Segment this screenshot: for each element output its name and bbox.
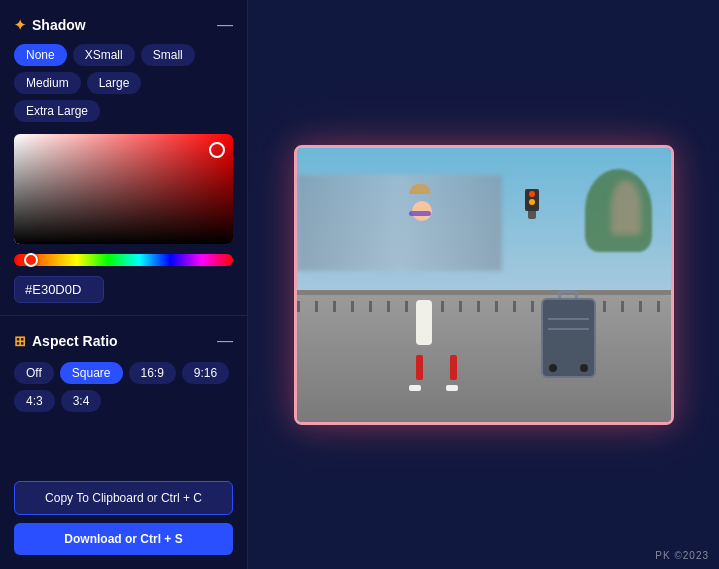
shadow-none-button[interactable]: None [14, 44, 67, 66]
left-panel: ✦ Shadow — None XSmall Small Medium Larg… [0, 0, 248, 569]
right-panel: PK ©2023 [248, 0, 719, 569]
buildings-bg [297, 175, 503, 271]
suitcase-stripe1 [548, 318, 589, 320]
aspect-ratio-header: ⊞ Aspect Ratio — [0, 326, 247, 356]
suitcase-handle [558, 290, 578, 298]
hue-thumb [24, 253, 38, 267]
child-leg-left [416, 355, 423, 380]
watermark: PK ©2023 [655, 550, 709, 561]
download-button[interactable]: Download or Ctrl + S [14, 523, 233, 555]
suitcase-wheels [543, 364, 594, 372]
aspect-ratio-section: ⊞ Aspect Ratio — Off Square 16:9 9:16 4:… [0, 322, 247, 424]
child-shoe-right [446, 385, 458, 391]
shadow-xsmall-button[interactable]: XSmall [73, 44, 135, 66]
traffic-light-yellow [529, 199, 535, 205]
aspect-ratio-minimize-button[interactable]: — [217, 332, 233, 350]
aspect-square-button[interactable]: Square [60, 362, 123, 384]
shadow-label: Shadow [32, 17, 86, 33]
divider-1 [0, 315, 247, 316]
color-picker-thumb[interactable] [209, 142, 225, 158]
traffic-light-box [525, 189, 539, 211]
background-person [611, 180, 641, 235]
color-picker-gradient[interactable] [14, 134, 233, 244]
traffic-light-red [529, 191, 535, 197]
shadow-extralarge-button[interactable]: Extra Large [14, 100, 100, 122]
fence [297, 301, 671, 312]
hue-slider-container [14, 254, 233, 266]
wheel-left [549, 364, 557, 372]
shadow-icon: ✦ [14, 17, 26, 33]
clipboard-button[interactable]: Copy To Clipboard or Ctrl + C [14, 481, 233, 515]
aspect-4-3-button[interactable]: 4:3 [14, 390, 55, 412]
wheel-right [580, 364, 588, 372]
hex-input-row [0, 270, 247, 309]
shadow-small-button[interactable]: Small [141, 44, 195, 66]
shadow-title: ✦ Shadow [14, 17, 86, 33]
child-hair [409, 184, 431, 194]
hex-color-input[interactable] [14, 276, 104, 303]
image-frame [294, 145, 674, 425]
aspect-9-16-button[interactable]: 9:16 [182, 362, 229, 384]
shadow-size-buttons: None XSmall Small Medium Large Extra Lar… [0, 40, 247, 130]
aspect-ratio-icon: ⊞ [14, 333, 26, 349]
aspect-ratio-title: ⊞ Aspect Ratio [14, 333, 118, 349]
suitcase-body [541, 298, 596, 378]
aspect-ratio-label: Aspect Ratio [32, 333, 118, 349]
child-sunglasses [409, 211, 431, 216]
hue-slider[interactable] [14, 254, 233, 266]
road-bg [297, 295, 671, 421]
child-shoe-left [409, 385, 421, 391]
aspect-off-button[interactable]: Off [14, 362, 54, 384]
traffic-light-pole [528, 189, 536, 219]
bottom-buttons: Copy To Clipboard or Ctrl + C Download o… [0, 471, 247, 569]
aspect-ratio-buttons: Off Square 16:9 9:16 4:3 3:4 [0, 356, 247, 420]
aspect-16-9-button[interactable]: 16:9 [129, 362, 176, 384]
suitcase-stripe2 [548, 328, 589, 330]
shadow-large-button[interactable]: Large [87, 72, 142, 94]
child-leg-right [450, 355, 457, 380]
shadow-minimize-button[interactable]: — [217, 16, 233, 34]
aspect-3-4-button[interactable]: 3:4 [61, 390, 102, 412]
image-preview-wrapper [282, 133, 686, 437]
preview-image [297, 148, 671, 422]
shadow-section-header: ✦ Shadow — [0, 10, 247, 40]
child-body [416, 300, 432, 345]
shadow-medium-button[interactable]: Medium [14, 72, 81, 94]
